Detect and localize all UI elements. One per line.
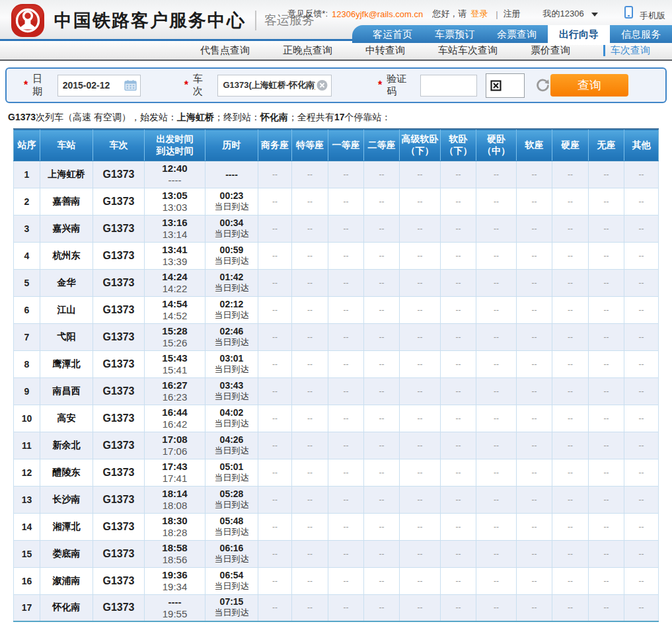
seat-cell: -- <box>517 323 552 350</box>
date-field-wrap <box>57 75 141 97</box>
time-cell: 17:0817:06 <box>145 432 205 459</box>
column-header: 商务座 <box>258 129 292 161</box>
seat-cell: -- <box>258 377 292 405</box>
summary-part: 17 <box>334 112 345 122</box>
captcha-input[interactable] <box>421 80 476 91</box>
seat-cell: -- <box>624 459 659 486</box>
seat-cell: -- <box>328 486 364 513</box>
calendar-icon[interactable] <box>124 80 137 91</box>
table-row: 16溆浦南G137319:3619:3406:54当日到达-----------… <box>14 567 659 594</box>
clear-icon[interactable] <box>317 80 328 91</box>
subnav-item-punctuality-query[interactable]: 正晚点查询 <box>266 44 349 57</box>
seat-cell: -- <box>589 269 624 296</box>
seat-cell: -- <box>476 350 517 377</box>
seat-cell: -- <box>624 486 659 513</box>
station-cell: 上海虹桥 <box>40 161 93 188</box>
seat-cell: -- <box>589 513 624 540</box>
table-row: 11新余北G137317:0817:0604:26当日到达-----------… <box>14 432 659 459</box>
search-button[interactable]: 查询 <box>550 74 628 97</box>
seat-cell: -- <box>517 486 552 513</box>
mobile-version-link[interactable]: 手机版 <box>624 6 665 22</box>
seat-cell: -- <box>258 323 292 350</box>
summary-part: ；终到站： <box>214 112 260 122</box>
seat-cell: -- <box>552 432 589 459</box>
seat-cell: -- <box>517 215 552 242</box>
column-header: 软座 <box>517 129 552 161</box>
train-input[interactable] <box>218 81 331 91</box>
duration-cell: 07:15当日到达 <box>205 594 258 621</box>
subnav-item-label: 中转查询 <box>365 44 405 57</box>
seat-cell: -- <box>517 513 552 540</box>
seat-cell: -- <box>441 594 476 621</box>
seat-cell: -- <box>624 161 659 188</box>
seat-cell: -- <box>292 296 328 323</box>
seat-cell: -- <box>589 242 624 269</box>
column-header: 硬座 <box>552 129 589 161</box>
column-header: 高级软卧（下） <box>400 129 441 161</box>
seat-cell: -- <box>476 323 517 350</box>
login-link[interactable]: 登录 <box>470 8 488 20</box>
seat-cell: -- <box>364 296 400 323</box>
seat-cell: -- <box>552 567 589 594</box>
timetable-wrap: 站序车站车次出发时间到达时间历时商务座特等座一等座二等座高级软卧（下）软卧（下）… <box>13 128 659 622</box>
seat-cell: -- <box>292 594 328 621</box>
seat-cell: -- <box>517 432 552 459</box>
seat-cell: -- <box>624 323 659 350</box>
train-field-wrap <box>217 75 332 97</box>
train-cell: G1373 <box>93 567 145 594</box>
duration-cell: 00:59当日到达 <box>205 242 258 269</box>
nav-item-tickets-left[interactable]: 余票查询 <box>486 25 548 43</box>
feedback-email-link[interactable]: 12306yjfk@rails.com.cn <box>332 9 423 19</box>
station-cell: 高安 <box>40 405 93 432</box>
seat-cell: -- <box>441 242 476 269</box>
search-button-label: 查询 <box>578 79 601 92</box>
time-cell: 18:5818:56 <box>145 540 205 567</box>
station-cell: 南昌西 <box>40 377 93 405</box>
subnav-item-station-trains-query[interactable]: 车站车次查询 <box>422 44 514 57</box>
seat-cell: -- <box>552 594 589 621</box>
seat-cell: -- <box>364 161 400 188</box>
seat-cell: -- <box>517 567 552 594</box>
seat-cell: -- <box>328 377 364 405</box>
seat-cell: -- <box>552 377 589 405</box>
seat-cell: -- <box>441 269 476 296</box>
subnav-item-label: 票价查询 <box>531 44 570 57</box>
station-cell: 醴陵东 <box>40 459 93 486</box>
seat-cell: -- <box>552 161 589 188</box>
seat-cell: -- <box>328 215 364 242</box>
nav-item-home[interactable]: 客运首页 <box>361 25 424 43</box>
nav-item-booking[interactable]: 车票预订 <box>424 25 486 43</box>
subnav-item-label: 正晚点查询 <box>283 44 332 57</box>
subnav-item-agency-query[interactable]: 代售点查询 <box>184 44 266 57</box>
utility-bar: 意见反馈*: 12306yjfk@rails.com.cn 您好，请 登录 | … <box>287 6 665 22</box>
time-cell: 13:0513:03 <box>145 188 205 215</box>
seat-cell: -- <box>552 215 589 242</box>
seat-cell: -- <box>258 350 292 377</box>
seat-cell: -- <box>476 540 517 567</box>
seat-cell: -- <box>552 540 589 567</box>
seat-cell: -- <box>589 594 624 621</box>
subnav-item-price-query[interactable]: 票价查询 <box>514 44 587 57</box>
station-cell: 江山 <box>40 296 93 323</box>
table-row: 9南昌西G137316:2716:2303:43当日到达------------… <box>14 377 659 405</box>
nav-item-travel-guide[interactable]: 出行向导 <box>548 25 610 45</box>
seat-cell: -- <box>400 323 441 350</box>
nav-item-info-service[interactable]: 信息服务 <box>610 25 672 43</box>
time-cell: 15:4315:41 <box>145 350 205 377</box>
seat-cell: -- <box>517 296 552 323</box>
captcha-group: * 验证码 <box>378 73 550 98</box>
my12306-menu[interactable]: 我的12306 <box>543 8 599 20</box>
subnav-item-train-query[interactable]: 车次查询 <box>587 44 667 57</box>
refresh-captcha-icon[interactable] <box>535 78 550 93</box>
register-link[interactable]: 注册 <box>504 8 521 20</box>
seat-cell: -- <box>624 594 659 621</box>
captcha-image[interactable] <box>486 73 524 98</box>
train-cell: G1373 <box>93 188 145 215</box>
subnav-item-transfer-query[interactable]: 中转查询 <box>349 44 422 57</box>
seat-cell: -- <box>292 459 328 486</box>
table-row: 10高安G137316:4416:4204:02当日到达------------… <box>14 405 659 432</box>
station-cell: 杭州东 <box>40 242 93 269</box>
seat-cell: -- <box>517 161 552 188</box>
seat-cell: -- <box>589 567 624 594</box>
column-header: 无座 <box>589 129 624 161</box>
